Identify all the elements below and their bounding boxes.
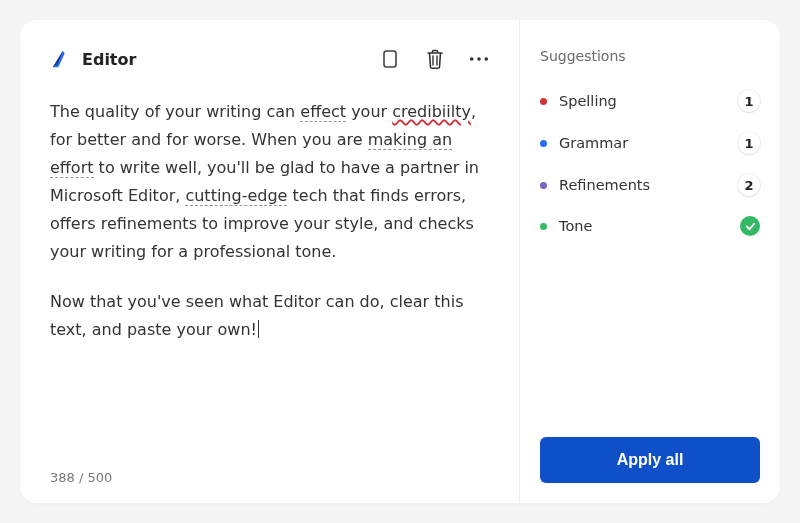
suggestion-row-spelling[interactable]: Spelling1 (540, 80, 760, 122)
editor-textarea[interactable]: The quality of your writing can effect y… (50, 98, 489, 470)
copy-icon (381, 48, 401, 70)
editor-header: Editor (50, 48, 489, 70)
editor-logo-icon (50, 48, 72, 70)
svg-point-1 (470, 57, 474, 61)
suggestion-label: Tone (559, 218, 592, 234)
toolbar (381, 48, 489, 70)
suggestion-label: Grammar (559, 135, 628, 151)
refinement-mark[interactable]: making an (368, 130, 452, 150)
more-icon (469, 49, 489, 69)
suggestions-heading: Suggestions (540, 48, 760, 64)
suggestion-row-tone[interactable]: Tone (540, 206, 760, 246)
editor-card: Editor (20, 20, 780, 503)
count-badge: 2 (738, 174, 760, 196)
editor-title: Editor (82, 50, 136, 69)
category-dot-icon (540, 140, 547, 147)
category-dot-icon (540, 182, 547, 189)
char-counter: 388 / 500 (50, 470, 489, 485)
title-group: Editor (50, 48, 136, 70)
refinement-mark[interactable]: cutting-edge (185, 186, 287, 206)
category-dot-icon (540, 223, 547, 230)
category-dot-icon (540, 98, 547, 105)
svg-point-2 (477, 57, 481, 61)
grammar-mark[interactable]: effect (300, 102, 346, 122)
suggestion-label: Spelling (559, 93, 617, 109)
spelling-mark[interactable]: credibiilty (392, 102, 471, 121)
text-caret (258, 320, 259, 338)
editor-left-panel: Editor (20, 20, 520, 503)
svg-rect-0 (384, 51, 396, 67)
paragraph-1: The quality of your writing can effect y… (50, 98, 489, 266)
copy-button[interactable] (381, 48, 401, 70)
more-button[interactable] (469, 49, 489, 69)
suggestions-list: Spelling1Grammar1Refinements2Tone (540, 80, 760, 246)
svg-point-3 (484, 57, 488, 61)
count-badge: 1 (738, 90, 760, 112)
delete-button[interactable] (425, 48, 445, 70)
suggestion-row-refinements[interactable]: Refinements2 (540, 164, 760, 206)
checkmark-icon (740, 216, 760, 236)
suggestions-panel: Suggestions Spelling1Grammar1Refinements… (520, 20, 780, 503)
suggestion-label: Refinements (559, 177, 650, 193)
count-badge: 1 (738, 132, 760, 154)
trash-icon (425, 48, 445, 70)
apply-all-button[interactable]: Apply all (540, 437, 760, 483)
paragraph-2: Now that you've seen what Editor can do,… (50, 288, 489, 344)
refinement-mark[interactable]: effort (50, 158, 94, 178)
suggestion-row-grammar[interactable]: Grammar1 (540, 122, 760, 164)
